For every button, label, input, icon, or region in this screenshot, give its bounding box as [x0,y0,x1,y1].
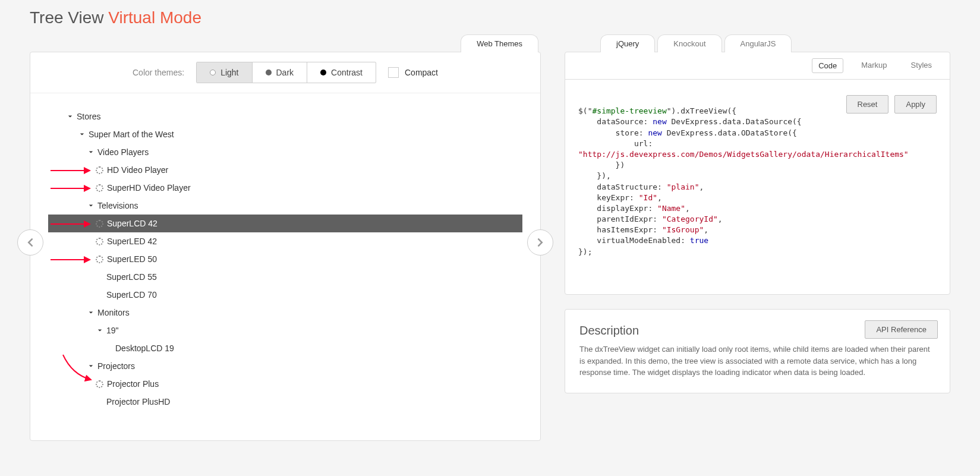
code-text: "CategoryId" [662,215,718,223]
code-text: keyExpr: [578,193,639,202]
theme-dark-button[interactable]: Dark [253,62,308,83]
tree-node-label: SuperLED 42 [107,237,157,246]
loading-spinner-icon [96,238,103,245]
theme-dark-label: Dark [276,68,294,77]
title-accent: Virtual Mode [108,8,201,27]
theme-light-button[interactable]: Light [197,62,252,83]
tree-node-label: 19" [106,326,119,335]
contrast-dot-icon [320,70,326,75]
chevron-down-icon [87,308,95,317]
subtab-styles[interactable]: Styles [905,58,938,73]
tree-node[interactable]: SuperHD Video Player [48,179,522,197]
tree-node-label: Stores [77,112,100,121]
tree-node-label: SuperLCD 42 [107,219,157,228]
code-buttons: Reset Apply [846,95,937,114]
theme-contrast-button[interactable]: Contrast [307,62,376,83]
tree-node[interactable]: SuperLED 42 [48,232,522,250]
theme-light-label: Light [220,68,238,77]
code-text: ").dxTreeView({ [667,106,736,115]
theme-segmented: Light Dark Contrast [196,62,376,83]
tree-node[interactable]: SuperLED 50 [48,250,522,268]
tree-node[interactable]: Monitors [48,304,522,321]
tab-jquery[interactable]: jQuery [600,34,655,52]
framework-tabs: jQuery Knockout AngularJS [565,34,950,52]
treeview[interactable]: StoresSuper Mart of the WestVideo Player… [48,108,522,411]
tab-web-themes[interactable]: Web Themes [461,34,538,52]
code-text: DevExpress.data.DataSource({ [667,117,802,126]
page-title: Tree View Virtual Mode [30,0,950,34]
apply-button[interactable]: Apply [894,95,937,114]
chevron-down-icon [87,148,95,156]
subtab-markup[interactable]: Markup [855,58,893,73]
tree-node[interactable]: SuperLCD 42 [48,215,522,232]
tree-node[interactable]: 19" [48,321,522,339]
chevron-down-icon [78,130,86,138]
tree-node-label: Video Players [97,147,149,157]
code-text: dataStructure: [578,182,667,191]
tree-node-label: SuperLCD 70 [106,290,157,300]
tree-node-label: HD Video Player [107,165,168,175]
api-reference-button[interactable]: API Reference [865,320,938,339]
tree-node-label: Projectors [97,361,135,371]
code-panel: Code Markup Styles $("#simple-treeview")… [565,52,950,295]
subtab-code[interactable]: Code [812,58,843,73]
code-text: "plain" [667,182,699,191]
description-panel: API Reference Description The dxTreeView… [565,309,950,393]
tree-node[interactable]: Stores [48,108,522,125]
code-text: "Name" [657,204,685,213]
compact-toggle[interactable]: Compact [388,67,438,78]
code-text: }), [578,171,611,180]
loading-spinner-icon [96,380,103,388]
tree-node[interactable]: SuperLCD 55 [48,268,522,286]
tree-node[interactable]: Televisions [48,197,522,215]
tree-node-label: SuperLCD 55 [106,272,157,282]
annotation-arrow-icon [51,166,92,176]
loading-spinner-icon [96,184,103,192]
tree-node[interactable]: Video Players [48,143,522,161]
tree-node-label: Monitors [97,308,130,317]
code-text: "http://js.devexpress.com/Demos/WidgetsG… [578,150,909,159]
tree-node[interactable]: DesktopLCD 19 [48,339,522,357]
code-text: $(" [578,106,592,115]
chevron-down-icon [87,362,95,370]
tree-node[interactable]: Super Mart of the West [48,125,522,143]
tab-angularjs[interactable]: AngularJS [724,34,792,52]
theme-bar: Color themes: Light Dark Contrast [30,52,540,93]
code-text: store: [578,128,648,137]
code-text: hasItemsExpr: [578,225,662,234]
tree-node[interactable]: Projector Plus [48,375,522,393]
tab-knockout[interactable]: Knockout [657,34,721,52]
tree-node-label: DesktopLCD 19 [115,343,174,353]
loading-spinner-icon [96,166,103,174]
tree-node[interactable]: HD Video Player [48,161,522,179]
code-block: $("#simple-treeview").dxTreeView({ dataS… [565,80,950,294]
code-text: DevExpress.data.ODataStore({ [662,128,797,137]
left-tabs: Web Themes [30,34,541,52]
code-text: parentIdExpr: [578,215,662,223]
code-text: dataSource: [578,117,653,126]
tree-node[interactable]: SuperLCD 70 [48,286,522,304]
code-text: #simple-treeview [592,106,666,115]
code-text: "IsGroup" [662,225,704,234]
tree-node-label: SuperHD Video Player [107,183,191,193]
compact-checkbox-icon [388,67,399,78]
annotation-arrow-icon [51,256,92,266]
chevron-down-icon [96,326,104,335]
code-text: displayExpr: [578,204,657,213]
title-main: Tree View [30,8,104,27]
tree-node-label: Super Mart of the West [89,130,174,139]
loading-spinner-icon [96,220,103,228]
next-demo-button[interactable] [527,229,553,256]
prev-demo-button[interactable] [17,229,43,256]
tree-node-label: Televisions [97,201,138,210]
tree-node-label: Projector PlusHD [106,397,170,406]
tree-node[interactable]: Projector PlusHD [48,393,522,411]
chevron-down-icon [66,112,74,121]
dark-dot-icon [266,70,272,75]
chevron-down-icon [87,201,95,210]
reset-button[interactable]: Reset [846,95,889,114]
tree-node[interactable]: Projectors [48,357,522,375]
tree-node-label: SuperLED 50 [107,254,157,264]
tree-node-label: Projector Plus [107,379,159,389]
theme-label: Color themes: [133,68,184,77]
